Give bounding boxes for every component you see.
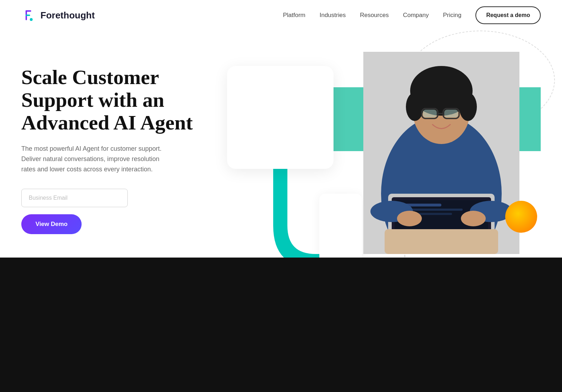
request-demo-button[interactable]: Request a demo bbox=[475, 6, 541, 24]
svg-rect-24 bbox=[385, 229, 498, 254]
svg-point-23 bbox=[461, 211, 486, 226]
nav-industries[interactable]: Industries bbox=[320, 12, 346, 19]
nav-platform[interactable]: Platform bbox=[283, 12, 305, 19]
hero-person-image bbox=[363, 52, 519, 254]
nav-links: Platform Industries Resources Company Pr… bbox=[283, 6, 541, 24]
svg-point-22 bbox=[397, 211, 422, 226]
hero-subtitle: The most powerful AI Agent for customer … bbox=[21, 144, 163, 174]
svg-rect-12 bbox=[423, 110, 437, 117]
navbar: Forethought Platform Industries Resource… bbox=[0, 0, 562, 31]
hero-section: Scale Customer Support with an Advanced … bbox=[0, 31, 562, 258]
nav-resources[interactable]: Resources bbox=[360, 12, 389, 19]
hero-left: Scale Customer Support with an Advanced … bbox=[21, 52, 206, 234]
orange-circle-decoration bbox=[505, 201, 537, 233]
hero-title: Scale Customer Support with an Advanced … bbox=[21, 66, 206, 134]
svg-point-8 bbox=[459, 93, 477, 121]
hero-right bbox=[227, 52, 541, 258]
bottom-dark-section bbox=[0, 258, 562, 392]
svg-point-1 bbox=[30, 18, 33, 21]
nav-company[interactable]: Company bbox=[403, 12, 429, 19]
logo-text: Forethought bbox=[40, 10, 95, 21]
svg-point-7 bbox=[406, 93, 424, 121]
nav-pricing[interactable]: Pricing bbox=[443, 12, 461, 19]
card-overlay-decoration bbox=[319, 194, 362, 258]
view-demo-button[interactable]: View Demo bbox=[21, 214, 82, 234]
forethought-logo-icon bbox=[21, 7, 37, 23]
logo[interactable]: Forethought bbox=[21, 7, 95, 23]
person-svg bbox=[363, 52, 519, 254]
email-input[interactable] bbox=[21, 189, 128, 207]
svg-rect-13 bbox=[444, 110, 458, 117]
hero-card-decoration bbox=[227, 66, 334, 169]
